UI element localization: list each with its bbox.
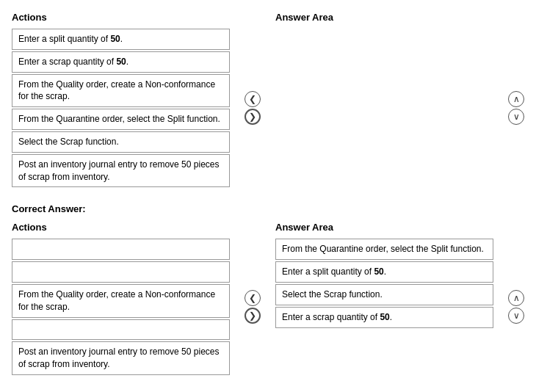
bottom-answer-item-3[interactable]: Select the Scrap function. (275, 284, 493, 305)
bottom-answer-column: Answer Area From the Quarantine order, s… (275, 222, 493, 377)
bottom-updown-controls: ∧ ∨ (508, 222, 524, 377)
bottom-arrow-controls: ❮ ❯ (245, 222, 261, 377)
top-actions-title: Actions (12, 12, 230, 23)
top-action-item-6[interactable]: Post an inventory journal entry to remov… (12, 154, 230, 188)
move-left-button[interactable]: ❮ (245, 91, 261, 107)
bottom-answer-item-1[interactable]: From the Quarantine order, select the Sp… (275, 239, 493, 260)
bottom-move-left-button[interactable]: ❮ (245, 290, 261, 306)
bottom-move-right-button[interactable]: ❯ (245, 308, 261, 324)
move-down-button[interactable]: ∨ (508, 109, 524, 125)
top-answer-column: Answer Area (275, 12, 493, 189)
top-answer-title: Answer Area (275, 12, 493, 23)
bottom-move-down-button[interactable]: ∨ (508, 308, 524, 324)
bottom-answer-title: Answer Area (275, 222, 493, 233)
top-action-item-4[interactable]: From the Quarantine order, select the Sp… (12, 109, 230, 130)
bottom-actions-column: Actions From the Quality order, create a… (12, 222, 230, 377)
move-up-button[interactable]: ∧ (508, 91, 524, 107)
bottom-action-item-5[interactable]: Post an inventory journal entry to remov… (12, 341, 230, 375)
top-action-item-1[interactable]: Enter a split quantity of 50. (12, 29, 230, 50)
bottom-actions-title: Actions (12, 222, 230, 233)
bottom-action-item-4[interactable] (12, 319, 230, 341)
bottom-action-item-3[interactable]: From the Quality order, create a Non-con… (12, 284, 230, 318)
top-updown-controls: ∧ ∨ (508, 12, 524, 189)
bottom-action-item-2[interactable] (12, 261, 230, 283)
top-action-item-3[interactable]: From the Quality order, create a Non-con… (12, 74, 230, 108)
top-arrow-controls: ❮ ❯ (245, 12, 261, 189)
bottom-action-item-1[interactable] (12, 239, 230, 260)
bottom-move-up-button[interactable]: ∧ (508, 290, 524, 306)
correct-answer-label: Correct Answer: (12, 203, 524, 214)
bottom-answer-item-2[interactable]: Enter a split quantity of 50. (275, 261, 493, 283)
top-section: Actions Enter a split quantity of 50. En… (12, 12, 524, 189)
move-right-button[interactable]: ❯ (245, 109, 261, 125)
bottom-answer-item-4[interactable]: Enter a scrap quantity of 50. (275, 307, 493, 328)
top-actions-column: Actions Enter a split quantity of 50. En… (12, 12, 230, 189)
top-action-item-2[interactable]: Enter a scrap quantity of 50. (12, 51, 230, 73)
bottom-section: Actions From the Quality order, create a… (12, 222, 524, 377)
top-action-item-5[interactable]: Select the Scrap function. (12, 131, 230, 153)
